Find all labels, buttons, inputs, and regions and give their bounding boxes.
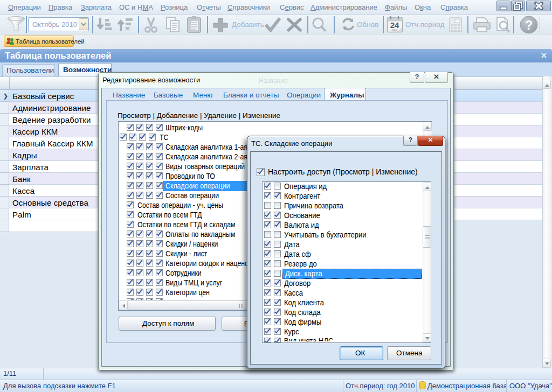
svg-text:MAY: MAY — [391, 29, 398, 32]
svg-text:?: ? — [525, 18, 533, 32]
